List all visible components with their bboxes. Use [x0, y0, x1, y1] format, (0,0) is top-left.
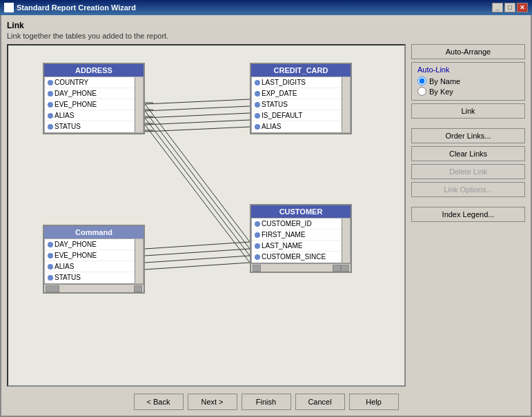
field-row: STATUS [45, 272, 135, 283]
field-row: STATUS [45, 121, 135, 132]
title-bar: 🗂 Standard Report Creation Wizard _ □ ✕ [0, 0, 532, 15]
field-row: STATUS [252, 99, 342, 110]
field-row: CUSTOMER_ID [252, 218, 342, 230]
by-name-radio[interactable] [417, 77, 426, 85]
back-button[interactable]: < Back [134, 394, 184, 410]
by-name-row: By Name [417, 77, 519, 85]
table-credit-card-header: CREDIT_CARD [251, 64, 351, 77]
svg-line-15 [145, 249, 250, 256]
field-row: IS_DEFAULT [252, 110, 342, 121]
table-command-header: Command [44, 226, 144, 238]
scrollbar-v[interactable] [135, 239, 143, 283]
finish-button[interactable]: Finish [242, 394, 291, 410]
auto-link-title: Auto-Link [417, 65, 519, 74]
field-row: EXP_DATE [252, 88, 342, 99]
field-row: ALIAS [45, 110, 135, 121]
index-legend-button[interactable]: Index Legend... [411, 207, 525, 222]
diagram-canvas[interactable]: ADDRESS COUNTRY DAY_PHONE EVE_PHONE ALIA… [7, 44, 406, 387]
order-links-button[interactable]: Order Links... [411, 128, 525, 143]
section-title: Link [7, 21, 525, 30]
section-subtitle: Link together the tables you added to th… [7, 32, 525, 40]
svg-line-1 [145, 106, 250, 111]
right-panel: Auto-Arrange Auto-Link By Name By Key Li… [411, 44, 525, 387]
by-key-radio[interactable] [417, 87, 426, 96]
header-section: Link Link together the tables you added … [7, 21, 525, 40]
field-row: EVE_PHONE [45, 99, 135, 110]
scrollbar-v[interactable] [135, 77, 143, 132]
svg-line-4 [145, 127, 250, 132]
svg-line-12 [145, 118, 250, 256]
clear-links-button[interactable]: Clear Links [411, 146, 525, 161]
field-row: DAY_PHONE [45, 239, 135, 250]
field-row: ALIAS [45, 261, 135, 272]
svg-line-13 [145, 125, 250, 263]
table-command[interactable]: Command DAY_PHONE EVE_PHONE ALIAS STATUS [43, 225, 145, 294]
close-btn[interactable]: ✕ [517, 3, 528, 12]
field-row: LAST_DIGITS [252, 77, 342, 88]
svg-line-3 [145, 120, 250, 125]
svg-line-17 [145, 263, 250, 269]
table-address-header: ADDRESS [44, 64, 144, 77]
table-address[interactable]: ADDRESS COUNTRY DAY_PHONE EVE_PHONE ALIA… [43, 63, 145, 134]
maximize-btn[interactable]: □ [504, 3, 515, 12]
link-options-button[interactable]: Link Options... [411, 182, 525, 197]
field-row: CUSTOMER_SINCE [252, 252, 342, 263]
table-credit-card[interactable]: CREDIT_CARD LAST_DIGITS EXP_DATE STATUS … [250, 63, 352, 134]
link-button[interactable]: Link [411, 103, 525, 119]
window-icon: 🗂 [4, 3, 14, 12]
field-row: FIRST_NAME [252, 230, 342, 241]
next-button[interactable]: Next > [188, 394, 237, 410]
field-row: COUNTRY [45, 77, 135, 88]
field-row: DAY_PHONE [45, 88, 135, 99]
svg-line-11 [145, 111, 250, 249]
auto-arrange-button[interactable]: Auto-Arrange [411, 44, 525, 59]
field-row: EVE_PHONE [45, 250, 135, 261]
window-controls: _ □ ✕ [492, 3, 528, 12]
content-area: ADDRESS COUNTRY DAY_PHONE EVE_PHONE ALIA… [7, 44, 525, 387]
by-key-row: By Key [417, 87, 519, 96]
by-key-label: By Key [429, 88, 453, 96]
field-row: ALIAS [252, 121, 342, 132]
main-window: Link Link together the tables you added … [0, 15, 532, 417]
svg-line-14 [145, 242, 250, 249]
footer: < Back Next > Finish Cancel Help [7, 391, 525, 410]
auto-link-group: Auto-Link By Name By Key [411, 62, 525, 101]
minimize-btn[interactable]: _ [492, 3, 503, 12]
svg-line-2 [145, 113, 250, 118]
cancel-button[interactable]: Cancel [295, 394, 345, 410]
svg-line-10 [145, 104, 250, 242]
help-button[interactable]: Help [349, 394, 399, 410]
window-title: Standard Report Creation Wizard [17, 3, 136, 12]
field-row: LAST_NAME [252, 241, 342, 252]
delete-link-button[interactable]: Delete Link [411, 164, 525, 179]
scrollbar-v[interactable] [342, 77, 350, 132]
by-name-label: By Name [429, 77, 460, 85]
table-customer[interactable]: CUSTOMER CUSTOMER_ID FIRST_NAME LAST_NAM… [250, 204, 352, 273]
svg-line-16 [145, 256, 250, 263]
scrollbar-v[interactable] [342, 218, 350, 263]
table-customer-header: CUSTOMER [251, 205, 351, 218]
svg-line-0 [145, 99, 250, 104]
